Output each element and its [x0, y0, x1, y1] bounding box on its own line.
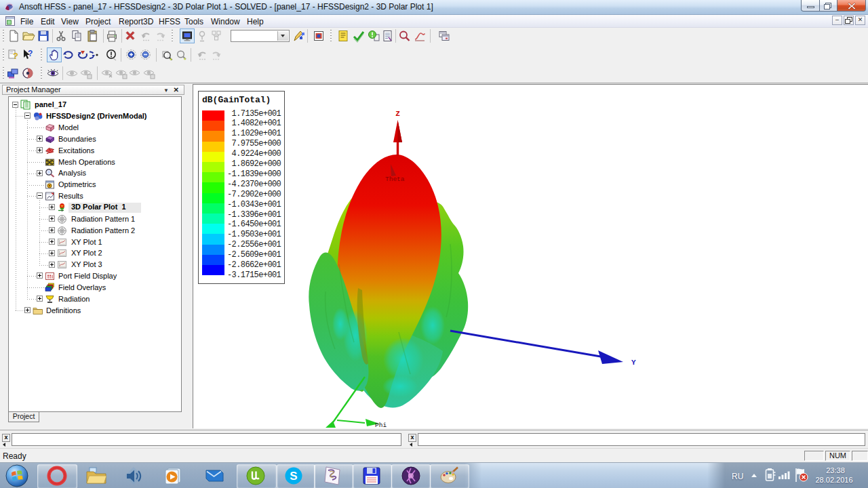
svg-text:Phi: Phi	[375, 422, 387, 428]
svg-text:Z: Z	[395, 110, 400, 118]
svg-text:S: S	[290, 470, 297, 483]
svg-text:Theta: Theta	[385, 176, 405, 183]
svg-text:Y: Y	[631, 359, 636, 367]
svg-text:?: ?	[13, 51, 18, 61]
svg-text:?: ?	[28, 49, 33, 58]
